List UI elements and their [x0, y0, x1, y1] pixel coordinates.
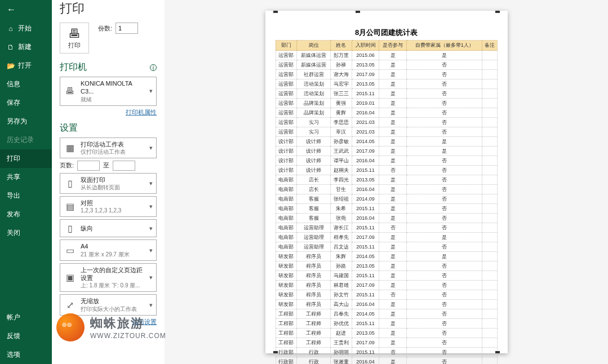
sidebar-bottom-item-1[interactable]: 反馈: [0, 327, 52, 345]
table-header: 备注: [482, 41, 497, 51]
back-button[interactable]: ←: [0, 0, 52, 19]
orientation-dropdown[interactable]: ▯ 纵向 ▾: [60, 219, 157, 237]
sidebar-item-0[interactable]: ⌂开始: [0, 19, 52, 38]
table-header: 姓名: [331, 41, 352, 51]
sidebar-item-10[interactable]: 发布: [0, 205, 52, 224]
back-arrow-icon: ←: [7, 5, 16, 14]
sidebar-bottom-item-0[interactable]: 帐户: [0, 308, 52, 327]
preview-table: 部门岗位姓名入职时间是否参与自费带家属（最多带1人）备注 运营部新媒体运营彭万里…: [276, 40, 498, 364]
collate-icon: ▤: [64, 201, 76, 213]
pages-label: 页数:: [60, 161, 74, 170]
info-icon[interactable]: i: [150, 64, 157, 71]
margin-marker[interactable]: [495, 11, 500, 13]
print-settings-panel: 打印 🖶 打印 份数: 打印机 i 🖶 KONICA MINOLTA C3...…: [52, 0, 165, 364]
table-row: 运营部品牌策划黄强2019.01是否: [276, 99, 497, 108]
table-row: 电商部运营助理程孝先2017.09是是: [276, 233, 497, 242]
chevron-down-icon: ▾: [149, 144, 153, 152]
table-row: 运营部新媒体运营彭万里2015.06是是: [276, 51, 497, 60]
nav-label: 关闭: [7, 228, 20, 238]
scaling-icon: ⤢: [64, 299, 76, 311]
margins-dropdown[interactable]: ▣ 上一次的自定义页边距设置 上: 1.8 厘米 下: 0.9 厘... ▾: [60, 263, 157, 292]
sidebar-item-1[interactable]: 🗋新建: [0, 38, 52, 56]
nav-label: 共享: [7, 172, 20, 182]
table-row: 设计部设计师王武武2017.09是是: [276, 147, 497, 156]
table-header: 是否参与: [379, 41, 407, 51]
chevron-down-icon: ▾: [149, 301, 153, 309]
sidebar-item-2[interactable]: 📂打开: [0, 56, 52, 75]
duplex-dropdown[interactable]: ▯ 双面打印 从长边翻转页面 ▾: [60, 173, 157, 194]
table-row: 运营部社群运营谢大海2017.09是否: [276, 70, 497, 79]
chevron-down-icon: ▾: [149, 274, 153, 281]
table-header: 入职时间: [352, 41, 379, 51]
margin-marker[interactable]: [273, 11, 278, 13]
page-title: 打印: [60, 0, 157, 17]
table-row: 电商部客服朱希2015.11是否: [276, 204, 497, 214]
nav-label: 保存: [7, 98, 20, 108]
print-button[interactable]: 🖶 打印: [60, 23, 89, 54]
nav-label: 历史记录: [7, 135, 34, 145]
table-row: 电商部运营助理吕文达2015.11是否: [276, 242, 497, 252]
table-row: 工程部工程师王贵利2017.09是否: [276, 338, 497, 348]
scaling-dropdown[interactable]: ⤢ 无缩放 打印实际大小的工作表 ▾: [60, 294, 157, 315]
nav-label: 导出: [7, 191, 20, 201]
nav-label: 信息: [7, 79, 20, 89]
collate-dropdown[interactable]: ▤ 对照 1,2,3 1,2,3 1,2,3 ▾: [60, 196, 157, 217]
table-row: 设计部设计师谭平山2016.04是否: [276, 156, 497, 166]
sidebar-item-8[interactable]: 共享: [0, 168, 52, 187]
sidebar-item-7[interactable]: 打印: [0, 149, 52, 168]
preview-doc-title: 8月公司团建统计表: [276, 28, 498, 38]
table-row: 研发部程序员马建国2015.11是否: [276, 271, 497, 281]
duplex-icon: ▯: [64, 177, 76, 190]
page-icon: ▭: [64, 244, 76, 256]
nav-label: 打开: [18, 61, 32, 70]
margin-marker[interactable]: [273, 351, 278, 353]
table-row: 设计部设计师孙彦敏2014.05是是: [276, 137, 497, 147]
printer-status: 就绪: [81, 96, 145, 103]
table-row: 工程部工程师吕奉先2014.05是否: [276, 309, 497, 319]
sidebar-item-4[interactable]: 保存: [0, 94, 52, 112]
page-setup-link[interactable]: 页面设置: [60, 318, 157, 326]
nav-icon: 📂: [7, 62, 15, 70]
printer-status-icon: 🖶: [64, 85, 76, 97]
table-row: 研发部程序员孙路2013.05是否: [276, 261, 497, 271]
sidebar-item-9[interactable]: 导出: [0, 187, 52, 205]
table-row: 运营部活动策划张三三2015.11是否: [276, 89, 497, 99]
sidebar-item-5[interactable]: 另存为: [0, 112, 52, 131]
sidebar-bottom-item-2[interactable]: 选项: [0, 345, 52, 364]
printer-properties-link[interactable]: 打印机属性: [60, 108, 157, 117]
table-row: 研发部程序员林君雄2017.09是否: [276, 281, 497, 290]
page-from-input[interactable]: [77, 161, 100, 171]
table-row: 研发部程序员朱辉2014.05是是: [276, 252, 497, 261]
page-to-input[interactable]: [113, 161, 135, 171]
sidebar-item-11[interactable]: 关闭: [0, 224, 52, 242]
nav-label: 打印: [7, 154, 20, 163]
paper-dropdown[interactable]: ▭ A4 21 厘米 x 29.7 厘米 ▾: [60, 239, 157, 260]
table-row: 设计部设计师赵桐夫2015.11否否: [276, 166, 497, 175]
printer-dropdown[interactable]: 🖶 KONICA MINOLTA C3... 就绪 ▾: [60, 77, 157, 106]
portrait-icon: ▯: [64, 222, 76, 234]
backstage-sidebar: ← ⌂开始🗋新建📂打开信息保存另存为历史记录打印共享导出发布关闭 帐户反馈选项: [0, 0, 52, 364]
table-header: 部门: [276, 41, 297, 51]
chevron-down-icon: ▾: [149, 180, 153, 187]
pages-to-label: 至: [103, 161, 109, 170]
copies-input[interactable]: [116, 23, 138, 34]
margin-marker[interactable]: [356, 11, 360, 13]
table-row: 运营部实习章汉2021.03是否: [276, 127, 497, 137]
chevron-down-icon: ▾: [149, 247, 153, 254]
table-row: 研发部程序员孙文竹2015.11否否: [276, 290, 497, 300]
chevron-down-icon: ▾: [149, 203, 153, 210]
printer-icon: 🖶: [68, 26, 81, 41]
margin-marker[interactable]: [495, 351, 500, 353]
printer-name: KONICA MINOLTA C3...: [81, 79, 145, 96]
chevron-down-icon: ▾: [149, 87, 153, 95]
print-what-dropdown[interactable]: ▦ 打印活动工作表 仅打印活动工作表 ▾: [60, 137, 157, 158]
settings-section-title: 设置: [60, 122, 78, 134]
print-button-label: 打印: [68, 41, 81, 50]
table-row: 运营部实习李思思2021.03是否: [276, 118, 497, 127]
sheet-icon: ▦: [64, 141, 76, 154]
page-preview: 8月公司团建统计表 部门岗位姓名入职时间是否参与自费带家属（最多带1人）备注 运…: [265, 11, 508, 353]
main: 打印 🖶 打印 份数: 打印机 i 🖶 KONICA MINOLTA C3...…: [52, 0, 608, 364]
sidebar-item-3[interactable]: 信息: [0, 75, 52, 94]
table-row: 运营部品牌策划黄辉2016.04是否: [276, 108, 497, 118]
copies-label: 份数:: [98, 24, 112, 33]
